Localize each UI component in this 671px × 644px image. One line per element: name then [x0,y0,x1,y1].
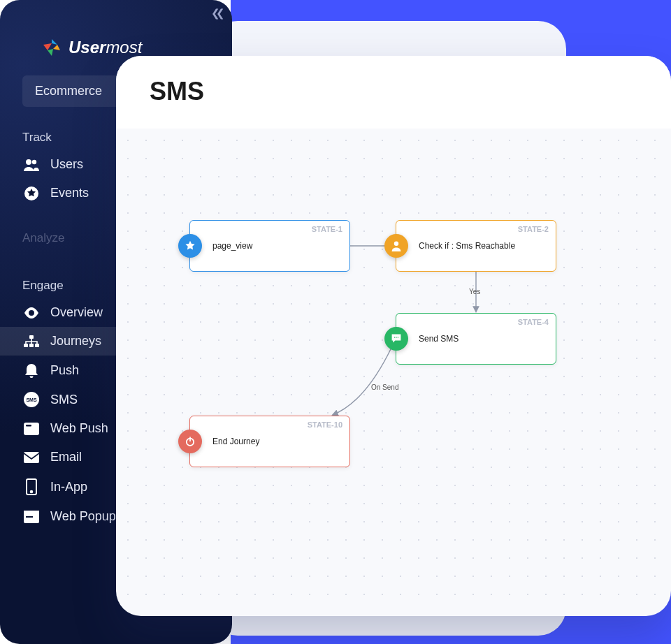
journey-canvas[interactable]: Yes On Send STATE-1 page_view STATE-2 Ch… [116,129,671,612]
eye-icon [22,307,41,319]
svg-rect-17 [24,511,39,514]
journey-node-checkif[interactable]: STATE-2 Check if : Sms Reachable [396,220,556,272]
power-icon [178,430,202,453]
email-icon [22,452,41,463]
node-state-id: STATE-4 [518,318,549,326]
svg-point-23 [396,337,397,338]
journey-node-sendsms[interactable]: STATE-4 Send SMS [396,313,556,365]
sidebar-item-label: Events [50,186,89,200]
journeys-icon [22,335,41,348]
sidebar-item-label: In-App [50,480,87,495]
node-label: page_view [212,241,252,251]
svg-rect-6 [29,344,34,347]
sidebar-item-label: SMS [50,393,78,407]
svg-point-3 [30,312,33,314]
sms-icon: SMS [22,392,41,407]
user-icon [384,234,408,258]
svg-point-22 [394,337,396,338]
sidebar-item-label: Email [50,450,82,464]
canvas-header: SMS [116,56,671,129]
bell-icon [22,363,41,378]
journey-node-pageview[interactable]: STATE-1 page_view [189,220,350,272]
node-state-id: STATE-1 [312,225,342,233]
svg-point-21 [394,242,398,246]
svg-point-1 [32,159,36,163]
node-state-id: STATE-2 [518,225,549,233]
node-label: Send SMS [419,334,459,344]
node-state-id: STATE-10 [308,420,342,429]
inapp-icon [22,478,41,495]
sidebar-item-label: Web Popup [50,509,116,524]
journey-canvas-card: SMS Yes On Send STATE-1 [116,56,671,616]
webpopup-icon [22,511,41,523]
sidebar-item-label: Overview [50,305,103,320]
users-icon [22,159,41,171]
svg-text:SMS: SMS [26,397,37,402]
node-label: Check if : Sms Reachable [419,241,515,251]
svg-point-15 [31,491,33,493]
brand-name: Usermost [68,38,142,57]
node-label: End Journey [212,437,259,446]
star-circle-icon [22,186,41,200]
webpush-icon [22,423,41,435]
edge-label-yes: Yes [469,288,480,295]
connectors-layer [116,129,671,612]
message-icon [384,327,408,351]
svg-rect-4 [29,335,34,339]
edge-label-onsend: On Send [371,383,398,391]
svg-rect-12 [26,425,31,427]
journey-node-endjourney[interactable]: STATE-10 End Journey [189,416,350,467]
svg-rect-5 [24,344,28,347]
svg-rect-18 [26,516,33,518]
sidebar-collapse-button[interactable]: ❮❮ [211,7,221,20]
svg-rect-7 [35,344,39,347]
sidebar-item-label: Push [50,363,79,378]
sidebar-item-label: Users [50,157,83,172]
star-icon [178,234,202,258]
svg-rect-13 [24,452,39,463]
brand-logo: Usermost [42,38,232,57]
brand-logo-icon [42,38,62,57]
svg-point-24 [398,337,399,338]
sidebar-item-label: Web Push [50,421,108,436]
svg-point-0 [26,159,31,165]
sidebar-item-label: Journeys [50,334,101,349]
canvas-title: SMS [150,77,637,106]
